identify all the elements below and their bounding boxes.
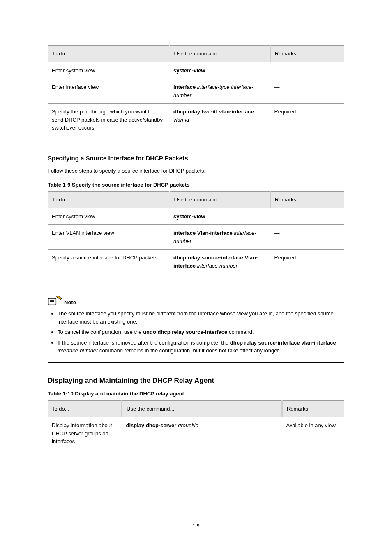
table-row: Specify the port through which you want …: [48, 104, 344, 136]
svg-rect-4: [57, 296, 62, 300]
cell-cmd: system-view: [169, 208, 270, 225]
col-remarks: Remarks: [270, 192, 344, 208]
cell-remarks: —: [270, 225, 344, 250]
note-divider-bottom-1: [48, 362, 344, 363]
col-command: Use the command...: [169, 192, 270, 208]
cell-todo: Enter interface view: [48, 79, 169, 104]
cell-remarks: Required: [270, 250, 344, 274]
col-remarks: Remarks: [270, 46, 344, 62]
note-list: The source interface you specify must be…: [48, 310, 344, 355]
table-caption-1-10: Table 1-10 Display and maintain the DHCP…: [48, 390, 344, 398]
table-header-row: To do... Use the command... Remarks: [48, 192, 344, 208]
table-spec-fwd-port: To do... Use the command... Remarks Ente…: [48, 45, 344, 136]
cell-cmd: interface Vlan-interface interface-numbe…: [169, 225, 270, 250]
cell-cmd: display dhcp-server groupNo: [122, 417, 282, 450]
note-divider-top-1: [48, 285, 344, 285]
page: To do... Use the command... Remarks Ente…: [0, 0, 392, 555]
table-row: Enter interface view interface interface…: [48, 79, 344, 104]
section-title-display-maintain: Displaying and Maintaining the DHCP Rela…: [48, 375, 344, 386]
cell-cmd: dhcp relay fwd-itf vlan-interface vlan-i…: [169, 104, 270, 136]
table-header-row: To do... Use the command... Remarks: [48, 400, 344, 417]
table-display-maintain: To do... Use the command... Remarks Disp…: [48, 400, 344, 450]
cell-todo: Specify the port through which you want …: [48, 104, 169, 136]
table-row: Enter VLAN interface view interface Vlan…: [48, 225, 344, 250]
col-command: Use the command...: [169, 46, 270, 62]
table-caption-1-9: Table 1-9 Specify the source interface f…: [48, 181, 344, 189]
note-divider-bottom-2: [48, 365, 344, 365]
cell-todo: Enter VLAN interface view: [48, 225, 169, 250]
table-row: Enter system view system-view —: [48, 62, 344, 79]
cell-remarks: —: [270, 208, 344, 225]
note-divider-top-2: [48, 288, 344, 288]
note-label: Note: [64, 298, 76, 307]
table-row: Display information about DHCP server gr…: [48, 417, 344, 450]
list-item: To cancel the configuration, use the und…: [58, 328, 344, 336]
cell-todo: Enter system view: [48, 208, 169, 225]
section-intro-source-interface: Follow these steps to specify a source i…: [48, 167, 344, 175]
table-row: Specify a source interface for DHCP pack…: [48, 250, 344, 274]
cell-todo: Specify a source interface for DHCP pack…: [48, 250, 169, 274]
list-item: If the source interface is removed after…: [58, 339, 344, 355]
section-title-source-interface: Specifying a Source Interface for DHCP P…: [48, 154, 344, 163]
list-item: The source interface you specify must be…: [58, 310, 344, 326]
col-todo: To do...: [48, 46, 169, 62]
page-number: 1-9: [0, 522, 392, 530]
cell-cmd: dhcp relay source-interface Vlan-interfa…: [169, 250, 270, 274]
cell-remarks: —: [270, 79, 344, 104]
cell-remarks: Available in any view: [282, 417, 344, 450]
table-spec-source-interface: To do... Use the command... Remarks Ente…: [48, 191, 344, 274]
cell-cmd: interface interface-type interface-numbe…: [169, 79, 270, 104]
col-todo: To do...: [48, 192, 169, 208]
col-todo: To do...: [48, 400, 122, 417]
table-row: Enter system view system-view —: [48, 208, 344, 225]
col-command: Use the command...: [122, 400, 282, 417]
cell-todo: Display information about DHCP server gr…: [48, 417, 122, 450]
cell-cmd: system-view: [169, 62, 270, 79]
col-remarks: Remarks: [282, 400, 344, 417]
cell-remarks: Required: [270, 104, 344, 136]
cell-remarks: —: [270, 62, 344, 79]
note-header: Note: [48, 296, 344, 306]
note-pencil-icon: [48, 296, 62, 306]
cell-todo: Enter system view: [48, 62, 169, 79]
table-header-row: To do... Use the command... Remarks: [48, 46, 344, 62]
